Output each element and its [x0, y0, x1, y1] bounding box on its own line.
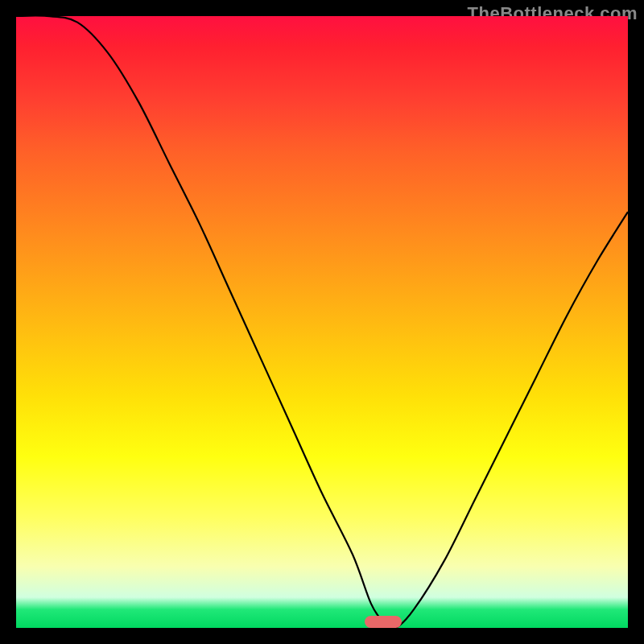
plot-area — [16, 16, 628, 628]
bottleneck-curve — [16, 16, 628, 628]
curve-svg — [16, 16, 628, 628]
optimal-marker — [365, 616, 402, 628]
chart-container: TheBottleneck.com — [0, 0, 644, 644]
